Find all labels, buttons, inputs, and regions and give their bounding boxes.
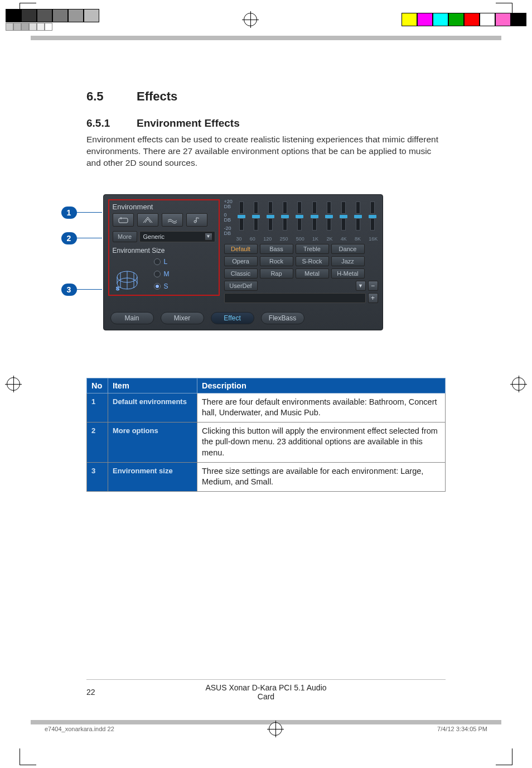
eq-slider[interactable]: [267, 201, 274, 232]
row-desc: Clicking this button will apply the envi…: [197, 422, 446, 462]
eq-slider[interactable]: [238, 201, 245, 232]
eq-slider[interactable]: [340, 201, 347, 232]
registration-mark-icon: [244, 13, 257, 26]
eq-freq-label: 1K: [312, 236, 318, 242]
eq-freq-label: 250: [279, 236, 288, 242]
preset-dance[interactable]: Dance: [331, 244, 365, 254]
room-wireframe-icon: S: [113, 257, 146, 291]
page-footer: 22 ASUS Xonar D-Kara PCI 5.1 Audio Card: [86, 679, 446, 701]
eq-freq-label: 2K: [326, 236, 332, 242]
subsection-heading: 6.5.1Environment Effects: [86, 117, 446, 129]
eq-slider[interactable]: [354, 201, 362, 232]
svg-text:S: S: [116, 286, 119, 291]
preset-h-metal[interactable]: H-Metal: [331, 268, 365, 279]
env-musicpub-icon[interactable]: [186, 213, 207, 227]
eq-freq-label: 500: [296, 236, 304, 242]
table-row: 1Default environmentsThere are four defa…: [87, 393, 446, 422]
more-button[interactable]: More: [113, 231, 137, 242]
tab-effect[interactable]: Effect: [211, 312, 254, 324]
preset-treble[interactable]: Treble: [296, 244, 329, 254]
tab-main[interactable]: Main: [110, 312, 154, 324]
eq-slider[interactable]: [325, 201, 333, 232]
preset-classic[interactable]: Classic: [224, 268, 258, 279]
preset-s-rock[interactable]: S-Rock: [296, 256, 329, 266]
eq-freq-label: 30: [236, 236, 242, 242]
print-registration-top: [0, 6, 532, 33]
section-heading: 6.5Effects: [86, 89, 446, 104]
row-no: 1: [87, 393, 108, 422]
eq-slider[interactable]: [281, 201, 289, 232]
row-item: Environment size: [108, 462, 197, 491]
preset-jazz[interactable]: Jazz: [331, 256, 365, 266]
table-row: 3Environment sizeThree size settings are…: [87, 462, 446, 491]
eq-freq-label: 60: [250, 236, 255, 242]
chevron-down-icon: ▼: [205, 233, 212, 241]
env-underwater-icon[interactable]: [162, 213, 183, 227]
preset-delete-button[interactable]: −: [368, 281, 378, 291]
table-header-desc: Description: [197, 378, 446, 393]
table-header-item: Item: [108, 378, 197, 393]
eq-freq-label: 8K: [355, 236, 361, 242]
environment-dropdown[interactable]: Generic ▼: [139, 231, 215, 242]
equalizer[interactable]: +20 DB 0 DB -20 DB 30601202505001K2K4K8K…: [224, 199, 378, 243]
preset-default[interactable]: Default: [224, 244, 258, 254]
registration-mark-icon: [512, 377, 525, 391]
environment-size-label: Environment Size: [113, 247, 215, 255]
preset-name-input[interactable]: [224, 293, 366, 303]
env-bathroom-icon[interactable]: [113, 213, 134, 227]
preset-add-button[interactable]: +: [368, 293, 378, 303]
callout-2: 2: [61, 232, 102, 244]
row-desc: There are four default environments avai…: [197, 393, 446, 422]
eq-slider[interactable]: [296, 201, 303, 232]
effects-panel: Environment: [103, 194, 383, 330]
tab-mixer[interactable]: Mixer: [161, 312, 204, 324]
preset-userdef[interactable]: UserDef: [224, 281, 258, 291]
callout-3: 3: [61, 284, 102, 296]
environment-label: Environment: [113, 203, 215, 211]
table-row: 2More optionsClicking this button will a…: [87, 422, 446, 462]
row-item: More options: [108, 422, 197, 462]
size-option-small[interactable]: S: [154, 282, 170, 290]
preset-dropdown[interactable]: ▼: [356, 281, 366, 291]
indesign-slug: e7404_xonarkara.indd 22 7/4/12 3:34:05 P…: [45, 722, 487, 736]
eq-slider[interactable]: [311, 201, 318, 232]
eq-freq-label: 120: [263, 236, 272, 242]
size-option-large[interactable]: L: [154, 258, 170, 266]
eq-slider[interactable]: [369, 201, 376, 232]
registration-mark-icon: [269, 722, 282, 736]
table-header-no: No: [87, 378, 108, 393]
preset-rap[interactable]: Rap: [260, 268, 293, 279]
size-option-medium[interactable]: M: [154, 270, 170, 278]
description-table: No Item Description 1Default environment…: [86, 378, 446, 492]
eq-freq-label: 16K: [369, 236, 378, 242]
svg-point-2: [194, 220, 196, 223]
env-concerthall-icon[interactable]: [137, 213, 158, 227]
preset-opera[interactable]: Opera: [224, 256, 258, 266]
eq-slider[interactable]: [252, 201, 260, 232]
row-item: Default environments: [108, 393, 197, 422]
tab-flexbass[interactable]: FlexBass: [261, 312, 304, 324]
preset-metal[interactable]: Metal: [296, 268, 329, 279]
preset-rock[interactable]: Rock: [260, 256, 293, 266]
svg-line-4: [196, 218, 199, 218]
page-content: 6.5Effects 6.5.1Environment Effects Envi…: [45, 45, 487, 712]
eq-freq-label: 4K: [341, 236, 347, 242]
preset-bass[interactable]: Bass: [260, 244, 293, 254]
body-paragraph: Environment effects can be used to creat…: [86, 134, 446, 169]
registration-mark-icon: [7, 377, 20, 391]
row-no: 2: [87, 422, 108, 462]
callout-1: 1: [61, 207, 102, 219]
row-no: 3: [87, 462, 108, 491]
row-desc: Three size settings are available for ea…: [197, 462, 446, 491]
svg-rect-0: [119, 218, 128, 223]
